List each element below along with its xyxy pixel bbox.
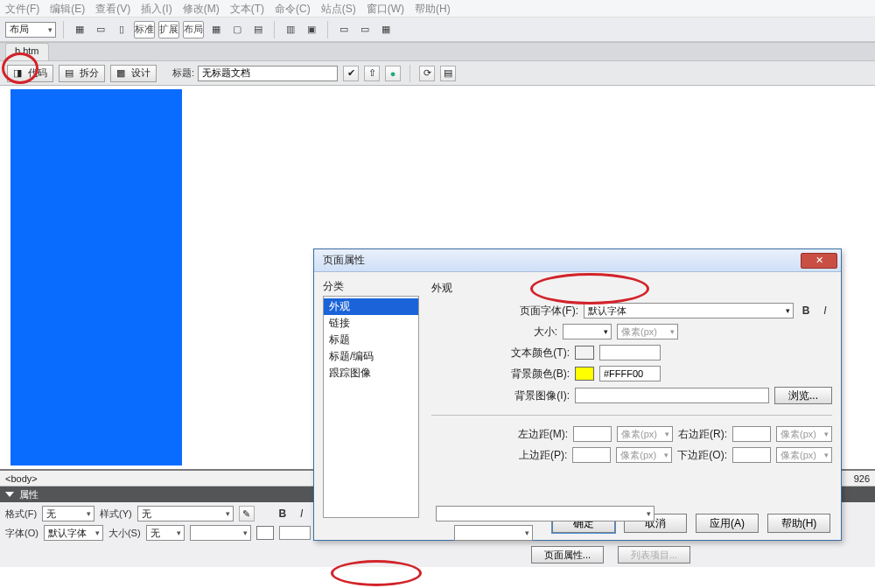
mode-layout[interactable]: 布局 xyxy=(183,21,204,38)
margin-top-unit[interactable]: 像素(px) xyxy=(616,447,672,463)
apply-button[interactable]: 应用(A) xyxy=(696,514,759,533)
bg-image-label: 背景图像(I): xyxy=(514,388,570,403)
bg-color-input[interactable] xyxy=(599,366,661,382)
view-split-button[interactable]: ▤拆分 xyxy=(59,65,105,82)
page-font-select[interactable]: 默认字体 xyxy=(584,303,794,318)
text-color-label: 文本颜色(T): xyxy=(511,346,570,360)
category-title[interactable]: 标题 xyxy=(324,332,418,348)
status-right: 926 xyxy=(854,473,870,484)
title-label: 标题: xyxy=(172,66,194,80)
format-label: 格式(F) xyxy=(5,508,37,521)
size-label-2: 大小(S) xyxy=(108,527,141,540)
layers-icon[interactable]: ▤ xyxy=(249,21,267,38)
view-design-button[interactable]: ▩设计 xyxy=(110,65,157,82)
document-toolbar: ◨代码 ▤拆分 ▩设计 标题: ✔ ⇧ ● ⟳ ▤ xyxy=(0,61,875,86)
frames-icon[interactable]: ▥ xyxy=(282,21,299,38)
options-icon[interactable]: ▤ xyxy=(440,66,456,81)
layout-table-icon[interactable]: ▦ xyxy=(207,21,225,38)
table-icon[interactable]: ▦ xyxy=(71,21,88,38)
view-code-button[interactable]: ◨代码 xyxy=(7,65,53,82)
bold-icon-2[interactable]: B xyxy=(276,507,290,521)
style-select[interactable]: 无 xyxy=(137,506,234,522)
file-tab[interactable]: b.htm xyxy=(5,43,49,60)
italic-icon-2[interactable]: I xyxy=(295,507,309,521)
color-swatch[interactable] xyxy=(256,526,274,540)
menu-command[interactable]: 命令(C) xyxy=(275,2,311,15)
margin-right-input[interactable] xyxy=(732,426,771,442)
layout-category-select[interactable]: 布局 xyxy=(5,22,56,38)
menu-site[interactable]: 站点(S) xyxy=(321,2,356,15)
bg-color-swatch[interactable] xyxy=(575,367,594,381)
mode-extended[interactable]: 扩展 xyxy=(158,21,179,38)
cell-icon[interactable]: ▯ xyxy=(113,21,130,38)
properties-title: 属性 xyxy=(19,488,38,501)
margin-bottom-label: 下边距(O): xyxy=(677,448,727,463)
design-icon: ▩ xyxy=(116,67,129,80)
font-select[interactable]: 默认字体 xyxy=(44,525,103,541)
margin-bottom-unit[interactable]: 像素(px) xyxy=(776,447,832,463)
bg-image-input[interactable] xyxy=(575,388,769,403)
category-list[interactable]: 外观 链接 标题 标题/编码 跟踪图像 xyxy=(323,296,419,518)
check-icon[interactable]: ✔ xyxy=(343,66,359,81)
dialog-close-button[interactable]: ✕ xyxy=(801,253,837,269)
insert-toolbar: 布局 ▦ ▭ ▯ 标准 扩展 布局 ▦ ▢ ▤ ▥ ▣ ▭ ▭ ▦ xyxy=(0,18,875,42)
size-select-2[interactable]: 无 xyxy=(146,525,185,541)
page-properties-button[interactable]: 页面属性... xyxy=(531,546,604,564)
refresh-icon[interactable]: ⟳ xyxy=(419,66,435,81)
upload-icon[interactable]: ⇧ xyxy=(364,66,380,81)
category-encoding[interactable]: 标题/编码 xyxy=(324,348,418,365)
size-unit-select-2[interactable] xyxy=(190,525,251,541)
category-header: 分类 xyxy=(323,279,419,294)
page-title-input[interactable] xyxy=(198,66,338,81)
format-select[interactable]: 无 xyxy=(42,506,94,522)
script-icon[interactable]: ▭ xyxy=(356,21,374,38)
design-canvas[interactable]: 页面属性 ✕ 分类 外观 链接 标题 标题/编码 跟踪图像 外观 页面字体(F)… xyxy=(0,86,875,471)
help-button[interactable]: 帮助(H) xyxy=(767,514,830,533)
templates-icon[interactable]: ▦ xyxy=(377,21,395,38)
layout-cell-icon[interactable]: ▢ xyxy=(228,21,246,38)
list-item-button: 列表项目... xyxy=(618,546,690,564)
browse-button[interactable]: 浏览... xyxy=(774,387,832,404)
text-color-input[interactable] xyxy=(599,345,661,360)
head-icon[interactable]: ▭ xyxy=(335,21,353,38)
link-select[interactable] xyxy=(436,506,654,522)
target-select[interactable] xyxy=(454,525,533,541)
menu-insert[interactable]: 插入(I) xyxy=(141,2,172,15)
menu-modify[interactable]: 修改(M) xyxy=(183,2,220,15)
margin-top-input[interactable] xyxy=(572,447,611,463)
color-input[interactable] xyxy=(279,526,311,540)
tag-selector[interactable]: <body> xyxy=(5,473,38,484)
menu-text[interactable]: 文本(T) xyxy=(230,2,264,15)
split-icon: ▤ xyxy=(65,67,77,80)
margin-left-unit[interactable]: 像素(px) xyxy=(617,426,673,442)
section-title: 外观 xyxy=(431,281,832,296)
menu-help[interactable]: 帮助(H) xyxy=(415,2,451,15)
mode-standard[interactable]: 标准 xyxy=(134,21,155,38)
size-unit-select[interactable]: 像素(px) xyxy=(617,324,678,340)
category-appearance[interactable]: 外观 xyxy=(324,298,418,315)
menu-edit[interactable]: 编辑(E) xyxy=(50,2,85,15)
margin-left-label: 左边距(M): xyxy=(518,427,568,442)
size-select[interactable] xyxy=(563,324,612,340)
text-color-swatch[interactable] xyxy=(575,346,594,360)
bold-icon[interactable]: B xyxy=(799,304,813,318)
margin-left-input[interactable] xyxy=(573,426,612,442)
code-icon: ◨ xyxy=(13,67,25,80)
category-link[interactable]: 链接 xyxy=(324,315,418,332)
layout-icon[interactable]: ▭ xyxy=(92,21,109,38)
css-button[interactable]: ✎ xyxy=(239,506,255,522)
collapse-icon xyxy=(5,492,14,497)
margin-bottom-input[interactable] xyxy=(732,447,771,463)
globe-icon[interactable]: ● xyxy=(385,66,401,81)
margin-right-unit[interactable]: 像素(px) xyxy=(776,426,832,442)
bg-color-label: 背景颜色(B): xyxy=(511,367,570,382)
menu-view[interactable]: 查看(V) xyxy=(95,2,130,15)
italic-icon[interactable]: I xyxy=(818,304,832,318)
tabular-icon[interactable]: ▣ xyxy=(303,21,320,38)
category-tracking[interactable]: 跟踪图像 xyxy=(324,365,418,382)
margin-right-label: 右边距(R): xyxy=(678,427,727,442)
size-label: 大小: xyxy=(534,325,557,340)
menu-file[interactable]: 文件(F) xyxy=(5,2,39,15)
menu-window[interactable]: 窗口(W) xyxy=(367,2,404,15)
page-font-label: 页面字体(F): xyxy=(520,304,578,318)
